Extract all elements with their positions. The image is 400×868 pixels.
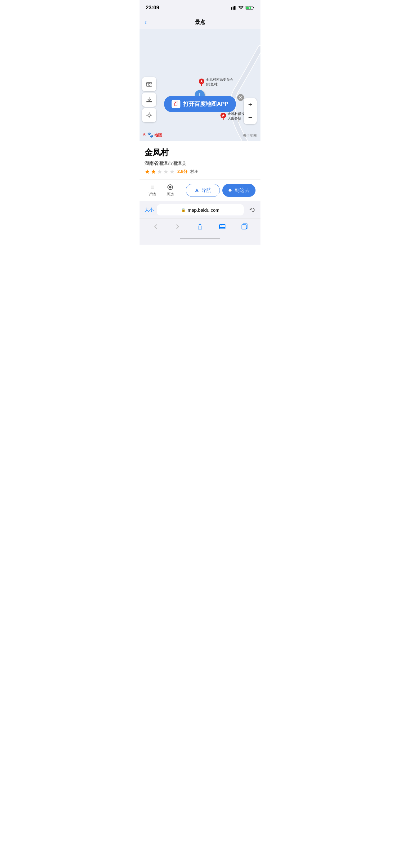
navigate-arrow-icon [194, 188, 199, 193]
location-button[interactable] [142, 108, 156, 122]
zoom-in-button[interactable]: + [244, 98, 257, 111]
baidu-open-button[interactable]: 百 打开百度地图APP [164, 96, 236, 112]
place-info: 金凤村 湖南省湘潭市湘潭县 2.8分 村庄 [139, 141, 261, 175]
svg-marker-24 [164, 169, 168, 174]
signal-icon [231, 6, 236, 10]
svg-rect-3 [236, 6, 237, 10]
svg-marker-22 [151, 169, 156, 174]
svg-rect-34 [220, 224, 225, 229]
tab-nearby[interactable]: 周边 [163, 184, 178, 197]
baidu-popup-close-button[interactable]: ✕ [237, 94, 244, 101]
browser-back-button[interactable] [149, 220, 163, 234]
browser-forward-button[interactable] [171, 220, 185, 234]
wifi-icon [238, 6, 244, 10]
url-text: map.baidu.com [188, 207, 220, 213]
svg-point-27 [169, 186, 171, 188]
back-button[interactable]: ‹ [144, 18, 147, 26]
svg-marker-23 [158, 169, 162, 174]
tab-details[interactable]: ≡ 详情 [144, 183, 160, 197]
place-name: 金凤村 [144, 147, 256, 158]
baidu-open-label: 打开百度地图APP [183, 100, 228, 108]
star-3-icon [157, 169, 163, 175]
page-title: 景点 [195, 19, 205, 26]
rating-score: 2.8分 [177, 169, 188, 175]
svg-marker-21 [145, 169, 149, 174]
url-bar[interactable]: 🔒 map.baidu.com [157, 204, 244, 215]
panorama-button[interactable] [142, 77, 156, 91]
svg-rect-2 [234, 6, 235, 10]
village-committee-marker[interactable]: 金凤村村民委员会 (抢鱼村) [198, 77, 233, 87]
svg-rect-5 [253, 7, 254, 8]
download-icon [145, 96, 153, 103]
browser-share-button[interactable] [193, 220, 207, 234]
home-bar [180, 238, 220, 239]
navigate-label: 导航 [201, 187, 211, 194]
text-size-button[interactable]: 大小 [144, 207, 154, 213]
star-2-icon [151, 169, 156, 175]
goto-button[interactable]: 到这去 [222, 184, 256, 197]
star-4-icon [163, 169, 169, 175]
svg-marker-32 [195, 188, 199, 192]
nearby-icon [167, 184, 174, 191]
tab-nearby-label: 周边 [167, 192, 174, 197]
svg-point-16 [148, 114, 151, 116]
status-icons [231, 6, 254, 10]
lock-icon: 🔒 [181, 208, 186, 212]
zoom-out-button[interactable]: − [244, 111, 257, 124]
map-toolbar [142, 77, 156, 122]
location-icon [145, 112, 153, 119]
zoom-controls: + − [244, 98, 257, 124]
browser-bar: 大小 🔒 map.baidu.com [139, 201, 261, 219]
star-1-icon [144, 169, 150, 175]
about-map-link[interactable]: 关于地图 [243, 133, 257, 138]
browser-tabs-button[interactable] [237, 220, 251, 234]
place-address: 湖南省湘潭市湘潭县 [144, 160, 256, 166]
svg-rect-1 [233, 6, 234, 10]
nav-bar: ‹ 景点 [139, 16, 261, 29]
baidu-watermark: 5. 🐾 地图 [143, 132, 162, 138]
status-bar: 23:09 [139, 0, 261, 16]
status-time: 23:09 [146, 5, 159, 11]
svg-point-14 [148, 84, 150, 85]
place-rating: 2.8分 村庄 [144, 169, 256, 175]
svg-marker-25 [170, 169, 174, 174]
place-type: 村庄 [190, 169, 198, 175]
red-star-pin2-icon [220, 113, 226, 120]
navigate-button[interactable]: 导航 [186, 184, 220, 197]
tab-details-label: 详情 [148, 192, 156, 197]
home-indicator [139, 234, 261, 245]
svg-rect-0 [231, 7, 232, 10]
download-button[interactable] [142, 93, 156, 107]
red-star-pin-icon [198, 78, 205, 86]
panorama-icon [145, 81, 153, 88]
tab-divider [182, 185, 182, 195]
goto-label: 到这去 [235, 187, 249, 194]
action-tabs: ≡ 详情 周边 导航 到这去 [139, 180, 261, 201]
details-icon: ≡ [151, 183, 154, 191]
browser-navigation [139, 219, 261, 234]
browser-bookmarks-button[interactable] [215, 220, 229, 234]
svg-rect-35 [242, 225, 246, 229]
baidu-logo: 百 [171, 100, 180, 108]
village-committee-label: 金凤村村民委员会 (抢鱼村) [206, 77, 233, 87]
stars [144, 169, 175, 175]
goto-arrow-icon [228, 188, 233, 193]
star-5-icon [169, 169, 175, 175]
reload-button[interactable] [249, 207, 256, 213]
map-container[interactable]: 金凤村村民委员会 (抢鱼村) 1 百 打开百度地图APP ✕ 金凤村退役军 人服… [139, 29, 261, 141]
battery-icon [245, 6, 254, 10]
